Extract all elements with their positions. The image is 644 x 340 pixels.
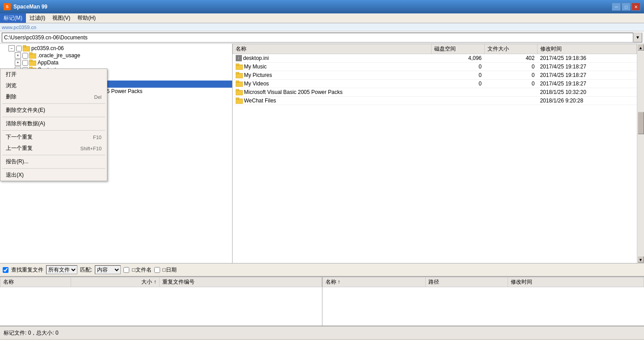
dup-left-table: 名称 大小 ↑ 重复文件编号	[0, 277, 322, 287]
filename-label: □文件名	[132, 266, 151, 274]
dup-col-time[interactable]: 修改时间	[508, 277, 644, 287]
svg-rect-5	[29, 60, 32, 61]
tree-checkbox[interactable]	[16, 46, 22, 51]
date-label: □日期	[163, 266, 177, 274]
ctx-browse[interactable]: 浏览	[0, 80, 107, 91]
ctx-delete-empty[interactable]: 删除空文件夹(E)	[0, 105, 107, 116]
maximize-button[interactable]: □	[622, 3, 631, 11]
svg-rect-0	[23, 47, 30, 51]
expand-btn[interactable]: +	[15, 52, 21, 59]
svg-rect-35	[236, 81, 239, 82]
menu-view[interactable]: 视图(V)	[49, 13, 74, 23]
dup-col-number[interactable]: 重复文件编号	[159, 277, 322, 287]
folder-icon	[236, 81, 243, 87]
ctx-delete[interactable]: 删除 Del	[0, 91, 107, 102]
address-input[interactable]	[2, 33, 633, 42]
tree-label: pc0359.cn-06	[31, 45, 64, 51]
dup-col-size[interactable]: 大小 ↑	[71, 277, 159, 287]
title-bar: S SpaceMan 99 ─ □ ✕	[0, 0, 644, 13]
table-row[interactable]: My Videos 0 0 2017/4/25 19:18:27	[233, 80, 637, 88]
tree-checkbox[interactable]	[22, 60, 28, 66]
tree-item-appdata[interactable]: + AppData	[0, 59, 232, 66]
date-checkbox[interactable]	[154, 267, 160, 273]
duplicate-panel: 名称 大小 ↑ 重复文件编号 名称 ↑ 路径 修改时间	[0, 276, 644, 326]
menu-help[interactable]: 帮助(H)	[74, 13, 99, 23]
ctx-next-dup[interactable]: 下一个重复 F10	[0, 132, 107, 143]
menu-filter[interactable]: 过滤(I)	[26, 13, 49, 23]
svg-rect-2	[29, 54, 36, 59]
table-row[interactable]: Microsoft Visual Basic 2005 Power Packs …	[233, 88, 637, 97]
match-type-select[interactable]: 内容 文件名 大小 日期	[95, 265, 121, 274]
svg-rect-1	[23, 45, 26, 47]
dup-col-path[interactable]: 路径	[426, 277, 508, 287]
tree-checkbox[interactable]	[22, 53, 28, 59]
folder-icon	[236, 72, 243, 78]
filter-bar: 查找重复文件 所有文件 匹配: 内容 文件名 大小 日期 □文件名 □日期	[0, 263, 644, 276]
expand-btn[interactable]: −	[8, 45, 15, 51]
dup-right-panel: 名称 ↑ 路径 修改时间	[322, 277, 644, 326]
file-table: 名称 磁盘空间 文件大小 修改时间 i desktop.ini	[233, 44, 637, 105]
right-scrollbar[interactable]: ▲ ▼	[637, 44, 644, 263]
col-header-size[interactable]: 文件大小	[484, 44, 537, 54]
watermark-bar: www.pc0359.cn	[0, 23, 644, 31]
svg-rect-36	[236, 90, 243, 95]
watermark-text: www.pc0359.cn	[2, 25, 36, 30]
ctx-sep-1	[2, 103, 105, 104]
ctx-report[interactable]: 报告(R)...	[0, 156, 107, 167]
dup-right-table: 名称 ↑ 路径 修改时间	[322, 277, 644, 287]
svg-rect-30	[236, 65, 243, 70]
menu-mark[interactable]: 标记(M)	[0, 13, 26, 23]
file-type-select[interactable]: 所有文件	[46, 265, 77, 274]
ctx-sep-2	[2, 117, 105, 117]
folder-icon	[236, 98, 243, 104]
dup-col-name[interactable]: 名称	[0, 277, 71, 287]
svg-rect-4	[29, 61, 36, 66]
ctx-exit[interactable]: 退出(X)	[0, 170, 107, 181]
expand-btn[interactable]: +	[15, 60, 21, 66]
svg-rect-33	[236, 72, 239, 74]
match-label: 匹配:	[80, 266, 92, 274]
ctx-clear-all[interactable]: 清除所有数据(A)	[0, 118, 107, 129]
table-row[interactable]: My Pictures 0 0 2017/4/25 19:18:27	[233, 71, 637, 80]
svg-rect-3	[29, 52, 32, 54]
col-header-disk[interactable]: 磁盘空间	[432, 44, 484, 54]
table-row[interactable]: WeChat Files 2018/1/26 9:20:28	[233, 97, 637, 105]
status-bar: 标记文件: 0，总大小: 0	[0, 326, 644, 339]
ctx-sep-3	[2, 130, 105, 131]
folder-icon	[236, 89, 243, 95]
tree-item-user[interactable]: − pc0359.cn-06	[0, 45, 232, 52]
ctx-open[interactable]: 打开	[0, 69, 107, 80]
address-dropdown[interactable]: ▼	[633, 33, 642, 42]
find-duplicates-label: 查找重复文件	[11, 266, 43, 274]
tree-item-oracle[interactable]: + .oracle_jre_usage	[0, 52, 232, 59]
svg-rect-34	[236, 82, 243, 87]
col-header-time[interactable]: 修改时间	[537, 44, 636, 54]
minimize-button[interactable]: ─	[612, 3, 621, 11]
ctx-sep-4	[2, 155, 105, 155]
file-icon: i	[236, 55, 242, 61]
status-text: 标记文件: 0，总大小: 0	[4, 329, 59, 337]
ctx-sep-5	[2, 168, 105, 169]
svg-rect-32	[236, 73, 243, 78]
filename-checkbox[interactable]	[123, 267, 129, 273]
tree-label: AppData	[38, 60, 59, 66]
menu-bar: 标记(M) 过滤(I) 视图(V) 帮助(H)	[0, 13, 644, 23]
col-header-name[interactable]: 名称	[233, 44, 432, 54]
dup-left-panel: 名称 大小 ↑ 重复文件编号	[0, 277, 322, 326]
svg-rect-39	[236, 98, 239, 99]
folder-icon	[236, 64, 243, 70]
app-title: SpaceMan 99	[13, 4, 47, 10]
ctx-prev-dup[interactable]: 上一个重复 Shift+F10	[0, 143, 107, 154]
tree-label: .oracle_jre_usage	[38, 52, 80, 59]
find-duplicates-checkbox[interactable]	[3, 267, 8, 273]
app-icon: S	[4, 3, 11, 10]
svg-rect-37	[236, 89, 239, 91]
dup-col-name2[interactable]: 名称 ↑	[322, 277, 426, 287]
context-menu: 打开 浏览 删除 Del 删除空文件夹(E) 清除所有数据(A) 下一个重复 F…	[0, 68, 107, 181]
svg-rect-31	[236, 64, 239, 65]
file-list-panel: 名称 磁盘空间 文件大小 修改时间 i desktop.ini	[233, 44, 637, 263]
table-row[interactable]: My Music 0 0 2017/4/25 19:18:27	[233, 63, 637, 71]
table-row[interactable]: i desktop.ini 4,096 402 2017/4/25 19:18:…	[233, 54, 637, 63]
svg-rect-38	[236, 99, 243, 104]
close-button[interactable]: ✕	[631, 3, 640, 11]
